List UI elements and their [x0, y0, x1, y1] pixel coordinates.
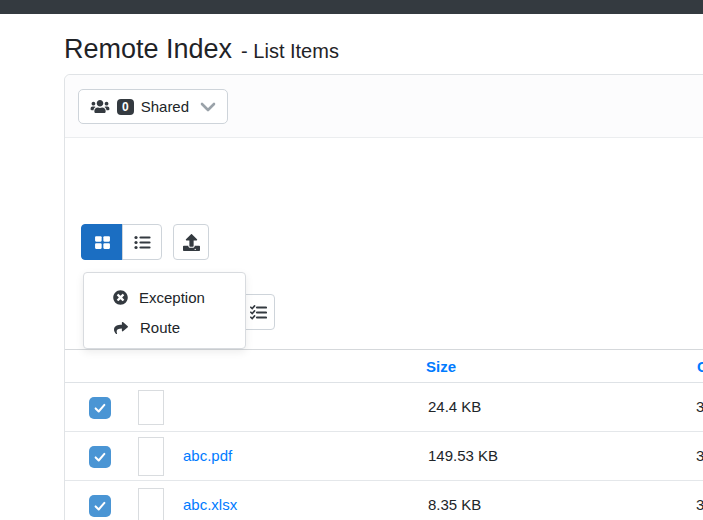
menu-item-route[interactable]: Route [84, 312, 245, 342]
file-thumbnail [138, 488, 164, 520]
upload-icon [183, 234, 200, 251]
top-bar [0, 0, 703, 14]
shared-dropdown-button[interactable]: 0 Shared [78, 89, 228, 124]
row-checkbox[interactable] [89, 397, 111, 419]
table-row: 24.4 KB 3 [65, 383, 703, 432]
file-size: 149.53 KB [428, 447, 498, 464]
file-size: 8.35 KB [428, 496, 481, 513]
upload-button[interactable] [173, 224, 209, 260]
page-title: Remote Index - List Items [64, 34, 339, 65]
page-title-main: Remote Index [64, 34, 232, 65]
column-header-created[interactable]: C [697, 358, 703, 375]
card-header: 0 Shared [65, 75, 703, 138]
menu-item-label: Exception [139, 289, 205, 306]
list-icon [134, 235, 151, 250]
shared-count-badge: 0 [117, 99, 134, 115]
file-name-link[interactable]: abc.xlsx [183, 496, 237, 513]
list-view-button[interactable] [122, 224, 162, 260]
select-items-button[interactable] [242, 294, 275, 330]
menu-item-exception[interactable]: Exception [84, 282, 245, 312]
row-checkbox[interactable] [89, 495, 111, 517]
table-row: abc.xlsx 8.35 KB 3 [65, 481, 703, 520]
chevron-down-icon [200, 102, 216, 112]
users-icon [90, 99, 110, 114]
bulk-action-menu: Exception Route [83, 272, 246, 349]
file-thumbnail [138, 437, 164, 476]
shared-label: Shared [141, 98, 189, 115]
x-circle-icon [113, 290, 128, 305]
page-title-sub: - List Items [241, 40, 339, 63]
files-table: Size C 24.4 KB 3 abc.pdf 149.53 KB 3 [65, 349, 703, 520]
grid-view-button[interactable] [81, 224, 123, 260]
view-toggle-group [81, 224, 162, 260]
menu-item-label: Route [140, 319, 180, 336]
file-created: 3 [696, 398, 703, 415]
file-thumbnail [138, 390, 164, 425]
grid-icon [94, 234, 111, 251]
file-name-link[interactable]: abc.pdf [183, 447, 232, 464]
route-arrow-icon [113, 320, 129, 334]
table-row: abc.pdf 149.53 KB 3 [65, 432, 703, 481]
list-check-icon [250, 305, 267, 320]
file-size: 24.4 KB [428, 398, 481, 415]
file-created: 3 [696, 447, 703, 464]
file-created: 3 [696, 496, 703, 513]
table-header-row: Size C [65, 349, 703, 383]
row-checkbox[interactable] [89, 446, 111, 468]
column-header-size[interactable]: Size [426, 358, 456, 375]
